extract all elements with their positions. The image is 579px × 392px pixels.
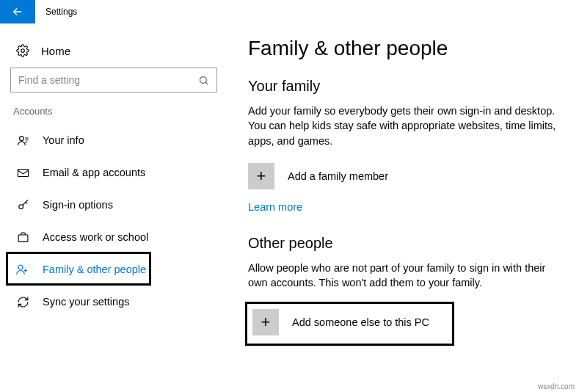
sidebar-item-email[interactable]: Email & app accounts — [10, 156, 217, 189]
sidebar-item-signin[interactable]: Sign-in options — [10, 189, 217, 221]
svg-rect-3 — [18, 169, 28, 176]
people-icon — [15, 263, 31, 276]
search-icon — [198, 75, 209, 86]
sidebar-item-label: Sign-in options — [43, 199, 113, 211]
add-family-member-button[interactable]: + Add a family member — [248, 163, 564, 189]
sidebar-item-your-info[interactable]: Your info — [10, 124, 217, 156]
add-someone-label: Add someone else to this PC — [292, 316, 429, 328]
svg-rect-5 — [18, 234, 28, 241]
search-box[interactable] — [10, 68, 217, 92]
sidebar-group-header: Accounts — [13, 106, 217, 117]
titlebar: Settings — [0, 0, 579, 23]
main-content: Family & other people Your family Add yo… — [227, 23, 579, 392]
person-icon — [15, 134, 31, 147]
sidebar-item-label: Your info — [43, 134, 84, 146]
gear-icon — [15, 44, 31, 57]
learn-more-link[interactable]: Learn more — [248, 201, 302, 213]
watermark: wsxdn.com — [538, 382, 575, 391]
sync-icon — [15, 296, 31, 308]
titlebar-text: Settings — [45, 7, 77, 17]
svg-point-4 — [18, 204, 23, 208]
sidebar-item-label: Sync your settings — [43, 296, 129, 308]
key-icon — [15, 199, 31, 211]
sidebar-item-work[interactable]: Access work or school — [10, 221, 217, 253]
back-button[interactable] — [0, 0, 35, 23]
briefcase-icon — [15, 231, 31, 244]
search-input[interactable] — [18, 74, 198, 86]
sidebar-item-label: Email & app accounts — [43, 167, 145, 178]
other-desc: Allow people who are not part of your fa… — [248, 261, 564, 291]
arrow-left-icon — [11, 5, 24, 18]
sidebar-item-label: Family & other people — [43, 264, 146, 275]
add-someone-else-button[interactable]: + Add someone else to this PC — [248, 305, 451, 340]
svg-point-0 — [21, 49, 25, 53]
mail-icon — [15, 167, 31, 179]
sidebar: Home Accounts Your info Email & app acco… — [0, 23, 227, 392]
page-title: Family & other people — [248, 37, 564, 60]
family-heading: Your family — [248, 78, 564, 95]
other-heading: Other people — [248, 235, 564, 252]
svg-point-6 — [18, 265, 23, 269]
family-desc: Add your family so everybody gets their … — [248, 104, 564, 148]
svg-point-1 — [200, 76, 207, 83]
svg-point-2 — [19, 136, 23, 140]
nav-home[interactable]: Home — [10, 37, 217, 65]
plus-icon: + — [248, 163, 274, 189]
add-family-label: Add a family member — [288, 170, 388, 182]
nav-home-label: Home — [41, 45, 70, 57]
sidebar-item-sync[interactable]: Sync your settings — [10, 286, 217, 318]
plus-icon: + — [252, 309, 279, 335]
sidebar-item-family[interactable]: Family & other people — [10, 253, 217, 286]
sidebar-item-label: Access work or school — [43, 231, 148, 243]
